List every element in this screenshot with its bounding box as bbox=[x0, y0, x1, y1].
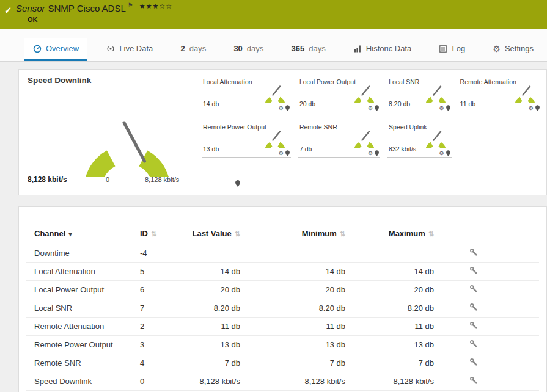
channel-id: 0 bbox=[138, 372, 186, 391]
gauge-value: 13 db bbox=[203, 145, 219, 153]
pin-icon[interactable] bbox=[446, 105, 450, 111]
gauges-panel: Speed Downlink 8,128 kbit/s 0 8,128 kbit… bbox=[18, 69, 547, 195]
tab-30-days[interactable]: 30 days bbox=[225, 38, 272, 61]
gear-icon: ⚙ bbox=[493, 45, 501, 53]
tab-number: 365 bbox=[292, 44, 305, 53]
channel-minimum: 13 db bbox=[243, 336, 348, 354]
column-header-label: Last Value bbox=[192, 229, 231, 238]
wrench-icon bbox=[469, 321, 478, 330]
sort-icon: ⇅ bbox=[151, 230, 156, 238]
sort-icon: ⇅ bbox=[340, 230, 345, 238]
sort-desc-icon: ▾ bbox=[68, 230, 72, 238]
channel-id: 5 bbox=[138, 263, 186, 281]
gear-icon[interactable]: ⚙ bbox=[279, 151, 284, 156]
gauge-value: 8.20 db bbox=[389, 100, 410, 107]
channel-settings-button[interactable] bbox=[469, 339, 478, 348]
tab-overview[interactable]: Overview bbox=[24, 38, 87, 61]
gear-icon[interactable]: ⚙ bbox=[368, 106, 373, 111]
table-row: Speed Downlink 0 8,128 kbit/s 8,128 kbit… bbox=[26, 372, 539, 391]
column-header-minimum[interactable]: Minimum⇅ bbox=[243, 227, 348, 244]
wrench-icon bbox=[469, 248, 478, 256]
live-data-broadcast-icon bbox=[106, 45, 115, 53]
tab-2-days[interactable]: 2 days bbox=[172, 38, 215, 61]
small-gauges-grid: Local Attenuation 14 db ⚙ Local Power Ou… bbox=[202, 76, 541, 189]
pin-icon[interactable] bbox=[446, 150, 450, 156]
tab-unit: days bbox=[247, 44, 263, 53]
column-header-id[interactable]: ID⇅ bbox=[138, 227, 186, 244]
tab-live-data[interactable]: Live Data bbox=[98, 38, 161, 61]
channel-name: Local Attenuation bbox=[26, 263, 138, 281]
small-gauge-tile: Remote Attenuation 11 db ⚙ bbox=[459, 77, 541, 112]
channel-last-value: 8,128 kbit/s bbox=[186, 372, 243, 391]
column-header-label: ID bbox=[140, 229, 148, 238]
small-gauge-tile: Local Attenuation 14 db ⚙ bbox=[202, 77, 291, 112]
channel-name: Remote Attenuation bbox=[26, 318, 138, 336]
channel-name: Speed Downlink bbox=[26, 372, 138, 391]
channel-settings-button[interactable] bbox=[469, 285, 478, 293]
channel-table: Channel▾ ID⇅ Last Value⇅ Minimum⇅ Maximu… bbox=[26, 227, 539, 392]
pin-icon[interactable] bbox=[285, 105, 290, 111]
tab-log[interactable]: Log bbox=[430, 38, 474, 61]
channel-maximum: 14 db bbox=[348, 263, 436, 281]
channel-table-body: Downtime -4 Local Attenuation 5 14 db 14… bbox=[26, 244, 539, 392]
bar-chart-icon bbox=[353, 45, 362, 53]
channel-id: 4 bbox=[138, 354, 186, 372]
channel-settings-button[interactable] bbox=[469, 376, 478, 385]
stars-filled: ★★★ bbox=[139, 2, 160, 10]
pin-icon[interactable] bbox=[285, 150, 290, 156]
channel-settings-button[interactable] bbox=[469, 358, 478, 366]
priority-stars[interactable]: ★★★☆☆ bbox=[139, 2, 172, 10]
tab-unit: days bbox=[309, 44, 325, 53]
channel-last-value: 7 db bbox=[186, 354, 243, 372]
mini-gauge bbox=[513, 81, 537, 103]
channel-minimum: 14 db bbox=[243, 263, 348, 281]
sensor-title: SNMP Cisco ADSL bbox=[48, 3, 126, 13]
tab-number: 2 bbox=[180, 44, 185, 53]
channel-maximum: 8,128 kbit/s bbox=[348, 372, 436, 391]
gear-icon[interactable]: ⚙ bbox=[368, 151, 373, 156]
table-row: Local Attenuation 5 14 db 14 db 14 db bbox=[26, 263, 539, 281]
wrench-icon bbox=[469, 358, 478, 366]
channel-settings-button[interactable] bbox=[469, 321, 478, 330]
table-row: Remote SNR 4 7 db 7 db 7 db bbox=[26, 354, 539, 372]
gear-icon[interactable]: ⚙ bbox=[529, 106, 534, 111]
mini-gauge bbox=[424, 126, 448, 148]
channel-last-value: 13 db bbox=[186, 336, 243, 354]
tab-strip: Overview Live Data 2 days 30 days 365 da… bbox=[0, 29, 547, 62]
channel-name: Remote Power Output bbox=[26, 336, 138, 354]
channel-id: 6 bbox=[138, 281, 186, 299]
channel-settings-button[interactable] bbox=[469, 303, 478, 311]
channel-minimum: 11 db bbox=[243, 318, 348, 336]
tab-number: 30 bbox=[233, 44, 242, 53]
gear-icon[interactable]: ⚙ bbox=[439, 106, 444, 111]
small-gauge-tile: Local Power Output 20 db ⚙ bbox=[298, 77, 380, 112]
column-header-channel[interactable]: Channel▾ bbox=[26, 227, 138, 244]
channel-id: 7 bbox=[138, 299, 186, 318]
pin-icon[interactable] bbox=[535, 105, 540, 111]
column-header-last-value[interactable]: Last Value⇅ bbox=[186, 227, 243, 244]
channel-name: Remote SNR bbox=[26, 354, 138, 372]
channel-name: Local Power Output bbox=[26, 281, 138, 299]
wrench-icon bbox=[469, 266, 478, 275]
pin-icon[interactable] bbox=[375, 105, 379, 111]
channel-last-value: 14 db bbox=[186, 263, 243, 281]
column-header-maximum[interactable]: Maximum⇅ bbox=[348, 227, 436, 244]
channel-settings-button[interactable] bbox=[469, 248, 478, 256]
main-gauge-value: 8,128 kbit/s bbox=[28, 175, 67, 184]
table-row: Remote Power Output 3 13 db 13 db 13 db bbox=[26, 336, 539, 354]
gear-icon[interactable]: ⚙ bbox=[279, 106, 284, 111]
gear-icon[interactable]: ⚙ bbox=[439, 151, 444, 156]
column-header-tools bbox=[436, 227, 539, 244]
channel-settings-button[interactable] bbox=[469, 266, 478, 275]
channel-minimum: 7 db bbox=[243, 354, 348, 372]
tab-settings[interactable]: ⚙ Settings bbox=[484, 38, 542, 61]
flag-icon[interactable]: ⚑ bbox=[128, 2, 133, 9]
column-header-label: Channel bbox=[34, 229, 65, 238]
channel-maximum: 7 db bbox=[348, 354, 436, 372]
table-row: Remote Attenuation 2 11 db 11 db 11 db bbox=[26, 318, 539, 336]
small-gauge-tile: Speed Uplink 832 kbit/s ⚙ bbox=[387, 122, 451, 158]
tab-365-days[interactable]: 365 days bbox=[283, 38, 334, 61]
mini-gauge bbox=[424, 81, 448, 103]
pin-icon[interactable] bbox=[375, 150, 379, 156]
tab-historic-data[interactable]: Historic Data bbox=[345, 38, 420, 61]
